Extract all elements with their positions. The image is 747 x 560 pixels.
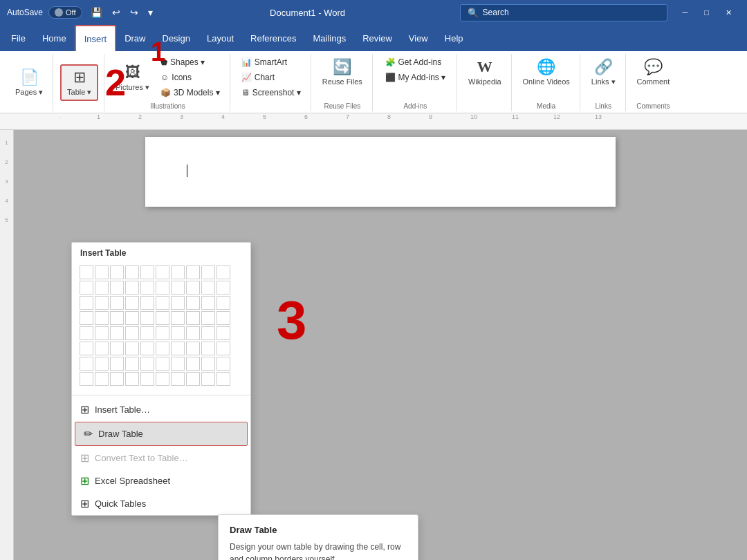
insert-table-item[interactable]: ⊞ Insert Table…	[72, 398, 250, 421]
onlinevideos-button[interactable]: 🌐 Online Videos	[519, 55, 574, 88]
redo-icon[interactable]: ↪	[127, 6, 141, 19]
grid-cell-4-8[interactable]	[201, 326, 215, 340]
quick-access-dropdown[interactable]: ▾	[145, 6, 156, 19]
grid-cell-2-3[interactable]	[125, 296, 139, 310]
wikipedia-button[interactable]: W Wikipedia	[464, 55, 506, 88]
grid-cell-7-8[interactable]	[201, 372, 215, 386]
menu-file[interactable]: File	[3, 25, 34, 51]
minimize-btn[interactable]: ─	[674, 6, 697, 20]
grid-cell-5-9[interactable]	[216, 342, 230, 355]
grid-cell-6-5[interactable]	[156, 357, 169, 371]
shapes-button[interactable]: ⬟ Shapes ▾	[156, 55, 224, 69]
grid-cell-5-8[interactable]	[201, 342, 215, 355]
grid-cell-3-8[interactable]	[201, 311, 215, 325]
3dmodels-button[interactable]: 📦 3D Models ▾	[156, 86, 224, 100]
grid-cell-6-9[interactable]	[216, 357, 230, 371]
grid-cell-4-3[interactable]	[125, 326, 139, 340]
grid-cell-5-3[interactable]	[125, 342, 139, 355]
grid-cell-4-5[interactable]	[156, 326, 169, 340]
screenshot-button[interactable]: 🖥 Screenshot ▾	[237, 86, 305, 100]
menu-help[interactable]: Help	[436, 25, 472, 51]
grid-cell-2-7[interactable]	[186, 296, 200, 310]
grid-cell-7-2[interactable]	[110, 372, 124, 386]
grid-cell-7-5[interactable]	[156, 372, 169, 386]
grid-cell-7-4[interactable]	[140, 372, 154, 386]
grid-cell-3-9[interactable]	[216, 311, 230, 325]
comment-button[interactable]: 💬 Comment	[633, 55, 674, 88]
document-page[interactable]	[145, 137, 616, 207]
grid-cell-4-7[interactable]	[186, 326, 200, 340]
grid-cell-7-7[interactable]	[186, 372, 200, 386]
grid-cell-2-0[interactable]	[80, 296, 93, 310]
links-button[interactable]: 🔗 Links ▾	[587, 55, 620, 89]
grid-cell-7-6[interactable]	[171, 372, 185, 386]
grid-cell-3-1[interactable]	[95, 311, 109, 325]
myaddins-button[interactable]: ⬛ My Add-ins ▾	[381, 71, 450, 84]
menu-view[interactable]: View	[400, 25, 436, 51]
grid-cell-5-6[interactable]	[171, 342, 185, 355]
grid-cell-3-7[interactable]	[186, 311, 200, 325]
grid-cell-6-3[interactable]	[125, 357, 139, 371]
table-button[interactable]: ⊞ Table ▾	[60, 64, 98, 101]
icons-button[interactable]: ☺ Icons	[156, 71, 224, 84]
save-icon[interactable]: 💾	[88, 6, 105, 19]
grid-cell-3-6[interactable]	[171, 311, 185, 325]
grid-cell-3-2[interactable]	[110, 311, 124, 325]
grid-cell-3-0[interactable]	[80, 311, 93, 325]
grid-cell-4-1[interactable]	[95, 326, 109, 340]
grid-cell-7-9[interactable]	[216, 372, 230, 386]
grid-cell-2-5[interactable]	[156, 296, 169, 310]
grid-cell-1-0[interactable]	[80, 281, 93, 295]
search-bar[interactable]: 🔍 Search	[460, 4, 667, 21]
grid-cell-7-1[interactable]	[95, 372, 109, 386]
grid-cell-0-9[interactable]	[216, 265, 230, 279]
menu-insert[interactable]: Insert	[75, 25, 117, 51]
grid-cell-5-7[interactable]	[186, 342, 200, 355]
grid-cell-2-6[interactable]	[171, 296, 185, 310]
grid-cell-1-2[interactable]	[110, 281, 124, 295]
excel-spreadsheet-item[interactable]: ⊞ Excel Spreadsheet	[72, 469, 250, 492]
getaddins-button[interactable]: 🧩 Get Add-ins	[381, 55, 450, 69]
menu-home[interactable]: Home	[34, 25, 75, 51]
pages-button[interactable]: 📄 Pages ▾	[11, 66, 47, 100]
grid-cell-4-6[interactable]	[171, 326, 185, 340]
grid-cell-6-7[interactable]	[186, 357, 200, 371]
grid-cell-5-4[interactable]	[140, 342, 154, 355]
quick-tables-item[interactable]: ⊞ Quick Tables	[72, 492, 250, 515]
grid-cell-0-5[interactable]	[156, 265, 169, 279]
grid-cell-6-1[interactable]	[95, 357, 109, 371]
smartart-button[interactable]: 📊 SmartArt	[237, 55, 305, 69]
grid-cell-6-8[interactable]	[201, 357, 215, 371]
grid-cell-1-5[interactable]	[156, 281, 169, 295]
pictures-button[interactable]: 🖼 Pictures ▾	[111, 61, 154, 95]
grid-cell-3-4[interactable]	[140, 311, 154, 325]
grid-cell-1-4[interactable]	[140, 281, 154, 295]
grid-cell-0-0[interactable]	[80, 265, 93, 279]
grid-cell-1-8[interactable]	[201, 281, 215, 295]
menu-mailings[interactable]: Mailings	[305, 25, 355, 51]
grid-cell-1-3[interactable]	[125, 281, 139, 295]
grid-cell-5-1[interactable]	[95, 342, 109, 355]
grid-cell-5-0[interactable]	[80, 342, 93, 355]
close-btn[interactable]: ✕	[717, 6, 740, 20]
grid-cell-0-2[interactable]	[110, 265, 124, 279]
grid-cell-4-2[interactable]	[110, 326, 124, 340]
grid-cell-0-4[interactable]	[140, 265, 154, 279]
menu-layout[interactable]: Layout	[199, 25, 242, 51]
grid-cell-7-0[interactable]	[80, 372, 93, 386]
grid-cell-1-7[interactable]	[186, 281, 200, 295]
reusefiles-button[interactable]: 🔄 Reuse Files	[318, 55, 367, 88]
grid-cell-4-0[interactable]	[80, 326, 93, 340]
grid-cell-3-3[interactable]	[125, 311, 139, 325]
grid-cell-5-5[interactable]	[156, 342, 169, 355]
grid-cell-6-2[interactable]	[110, 357, 124, 371]
draw-table-item[interactable]: ✏ Draw Table	[75, 422, 248, 446]
grid-cell-0-8[interactable]	[201, 265, 215, 279]
chart-button[interactable]: 📈 Chart	[237, 71, 305, 84]
menu-references[interactable]: References	[242, 25, 304, 51]
grid-cell-4-9[interactable]	[216, 326, 230, 340]
grid-cell-0-3[interactable]	[125, 265, 139, 279]
grid-cell-4-4[interactable]	[140, 326, 154, 340]
grid-cell-0-7[interactable]	[186, 265, 200, 279]
grid-cell-1-9[interactable]	[216, 281, 230, 295]
